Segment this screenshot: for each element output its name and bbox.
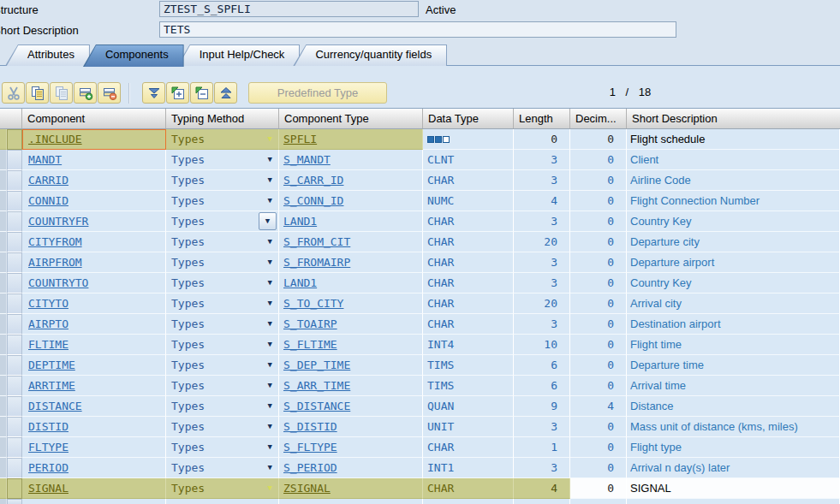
component-type-cell[interactable]: S_MANDT xyxy=(279,150,423,170)
column-header-short-description[interactable]: Short Description xyxy=(627,109,840,128)
component-type-link[interactable]: ZSIGNAL xyxy=(283,482,331,495)
row-selector[interactable] xyxy=(7,355,22,376)
component-cell[interactable]: .INCLUDE xyxy=(22,129,166,150)
row-selector[interactable] xyxy=(7,396,22,417)
typing-method-dropdown-icon[interactable]: ▼ xyxy=(268,382,272,389)
column-header-component-type[interactable]: Component Type xyxy=(279,109,423,128)
component-type-link[interactable]: S_FROM_CIT xyxy=(283,235,350,248)
row-selector[interactable] xyxy=(7,129,22,150)
component-cell[interactable]: PERIOD xyxy=(22,458,166,478)
column-header-length[interactable]: Length xyxy=(514,109,570,128)
component-type-link[interactable]: LAND1 xyxy=(283,215,317,228)
typing-method-cell[interactable]: Types ▼ xyxy=(166,437,279,458)
component-type-link[interactable]: S_TO_CITY xyxy=(283,297,343,310)
row-selector[interactable] xyxy=(7,417,22,437)
component-type-cell[interactable]: S_FLTYPE xyxy=(279,437,423,458)
typing-method-cell[interactable]: Types ▼ xyxy=(166,252,279,273)
typing-method-dropdown-icon[interactable]: ▼ xyxy=(268,299,272,307)
typing-method-cell[interactable]: Types ▼ xyxy=(166,355,279,376)
component-link[interactable]: AIRPTO xyxy=(28,317,69,330)
component-type-cell[interactable]: LAND1 xyxy=(279,273,423,294)
typing-method-cell[interactable]: Types ▼ xyxy=(166,458,279,478)
short-description-input[interactable] xyxy=(164,23,672,36)
column-header-typing-method[interactable]: Typing Method xyxy=(166,109,279,128)
component-cell[interactable]: CARRID xyxy=(22,170,166,191)
component-type-cell[interactable]: S_TO_CITY xyxy=(279,294,423,314)
component-cell[interactable]: COUNTRYFR xyxy=(22,211,166,232)
typing-method-dropdown-icon[interactable]: ▼ xyxy=(268,443,272,451)
typing-method-cell[interactable]: Types ▼ xyxy=(166,376,279,396)
copy-button[interactable] xyxy=(26,82,49,104)
typing-method-dropdown-icon[interactable]: ▼ xyxy=(268,176,272,184)
component-type-link[interactable]: S_DISTANCE xyxy=(283,400,350,412)
component-type-cell[interactable]: S_ARR_TIME xyxy=(279,376,423,396)
component-type-link[interactable]: S_ARR_TIME xyxy=(283,379,350,392)
short-description-field[interactable] xyxy=(159,21,676,38)
component-type-cell[interactable]: SPFLI xyxy=(279,129,423,150)
component-type-link[interactable]: LAND1 xyxy=(283,276,317,289)
row-selector[interactable] xyxy=(7,335,22,355)
component-type-cell[interactable]: S_DISTID xyxy=(279,417,423,437)
component-link[interactable]: CITYFROM xyxy=(28,235,82,248)
tab-components[interactable]: Components xyxy=(83,44,184,66)
component-cell[interactable]: CITYFROM xyxy=(22,232,166,252)
component-cell[interactable]: FLTYPE xyxy=(22,437,166,458)
typing-method-cell[interactable]: Types ▼ xyxy=(166,170,279,191)
row-selector[interactable] xyxy=(7,273,22,294)
typing-method-dropdown-icon[interactable]: ▼ xyxy=(268,156,272,163)
component-link[interactable]: DEPTIME xyxy=(28,359,75,371)
typing-method-cell[interactable]: Types ▼ xyxy=(166,211,279,232)
typing-method-cell[interactable]: Types ▼ xyxy=(166,232,279,252)
component-type-cell[interactable]: S_FROM_CIT xyxy=(279,232,423,252)
move-up-button[interactable] xyxy=(214,82,237,104)
component-cell[interactable]: DISTID xyxy=(22,417,166,437)
component-type-cell[interactable]: S_TOAIRP xyxy=(279,314,423,335)
component-link[interactable]: CARRID xyxy=(28,174,69,187)
typing-method-dropdown-icon[interactable]: ▼ xyxy=(268,464,272,471)
expand-include-button[interactable] xyxy=(166,82,189,104)
component-type-cell[interactable]: S_CARR_ID xyxy=(279,170,423,191)
component-type-link[interactable]: S_CARR_ID xyxy=(283,174,343,187)
component-link[interactable]: MANDT xyxy=(28,153,62,166)
row-selector[interactable] xyxy=(7,437,22,458)
component-type-cell[interactable]: ZSIGNAL xyxy=(279,478,423,499)
typing-method-dropdown-icon[interactable]: ▼ xyxy=(268,238,272,246)
component-cell[interactable]: DEPTIME xyxy=(22,355,166,376)
column-header-component[interactable]: Component xyxy=(22,109,166,128)
typing-method-dropdown-icon[interactable]: ▼ xyxy=(268,361,272,369)
component-type-link[interactable]: S_DISTID xyxy=(283,420,337,433)
column-header-data-type[interactable]: Data Type xyxy=(423,109,514,128)
component-link[interactable]: .INCLUDE xyxy=(28,133,82,145)
component-link[interactable]: COUNTRYTO xyxy=(28,276,88,289)
typing-method-dropdown-icon[interactable]: ▼ xyxy=(259,212,277,230)
component-link[interactable]: ARRTIME xyxy=(28,379,75,392)
typing-method-cell[interactable]: Types ▼ xyxy=(166,417,279,437)
component-cell[interactable]: CONNID xyxy=(22,191,166,211)
cut-button[interactable] xyxy=(2,82,25,104)
structure-input[interactable] xyxy=(164,3,414,15)
tab-input-help-check[interactable]: Input Help/Check xyxy=(177,44,301,66)
typing-method-cell[interactable]: Types ▼ xyxy=(166,335,279,355)
component-cell[interactable]: ARRTIME xyxy=(22,376,166,396)
component-cell[interactable]: AIRPFROM xyxy=(22,252,166,273)
component-link[interactable]: PERIOD xyxy=(28,461,69,474)
predefined-type-button[interactable]: Predefined Type xyxy=(248,82,387,104)
typing-method-dropdown-icon[interactable]: ▼ xyxy=(268,341,272,348)
typing-method-dropdown-icon[interactable]: ▼ xyxy=(268,423,272,430)
component-cell[interactable]: MANDT xyxy=(22,150,166,170)
typing-method-cell[interactable]: Types ▼ xyxy=(166,396,279,417)
tab-currency-quantity-fields[interactable]: Currency/quantity fields xyxy=(293,44,447,66)
typing-method-cell[interactable]: Types ▼ xyxy=(166,294,279,314)
typing-method-dropdown-icon[interactable]: ▼ xyxy=(268,320,272,328)
typing-method-dropdown-icon[interactable]: ▼ xyxy=(268,402,272,410)
structure-field[interactable] xyxy=(159,1,419,17)
typing-method-dropdown-icon[interactable]: ▼ xyxy=(268,484,272,492)
row-selector[interactable] xyxy=(7,376,22,396)
component-type-link[interactable]: S_FROMAIRP xyxy=(283,256,350,269)
component-type-link[interactable]: S_DEP_TIME xyxy=(283,359,350,371)
component-cell[interactable]: DISTANCE xyxy=(22,396,166,417)
component-cell[interactable]: FLTIME xyxy=(22,335,166,355)
component-type-link[interactable]: S_TOAIRP xyxy=(283,317,337,330)
component-link[interactable]: DISTID xyxy=(28,420,69,433)
row-selector[interactable] xyxy=(7,252,22,273)
